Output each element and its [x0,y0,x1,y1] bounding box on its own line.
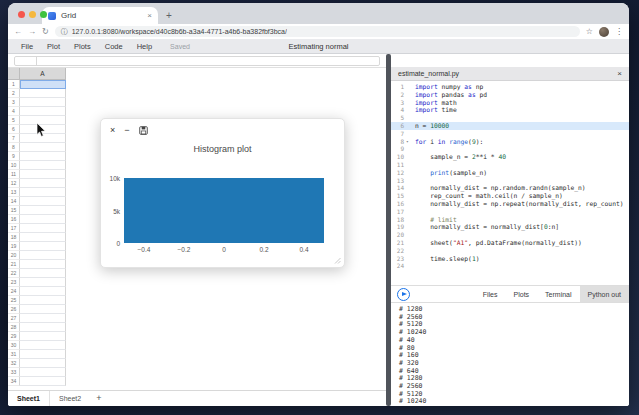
code-line-10[interactable]: 10 sample_n = 2**i * 40 [391,153,629,161]
row-header-10[interactable]: 10 [8,161,20,170]
cell-a29[interactable] [20,332,66,341]
save-plot-icon[interactable] [139,126,148,135]
code-line-24[interactable]: 24 [391,262,629,270]
tab-close-icon[interactable]: × [147,11,152,20]
cell-a11[interactable] [20,170,66,179]
cell-a23[interactable] [20,278,66,287]
editor-close-icon[interactable]: × [617,69,622,78]
code-line-22[interactable]: 22 [391,247,629,255]
formula-input[interactable] [14,56,380,66]
cell-a4[interactable] [20,107,66,116]
plot-minimize-icon[interactable]: − [124,125,129,135]
refresh-icon[interactable]: ↻ [42,28,49,36]
row-header-5[interactable]: 5 [8,116,20,125]
row-header-14[interactable]: 14 [8,197,20,206]
row-header-25[interactable]: 25 [8,296,20,305]
code-line-12[interactable]: 12 print(sample_n) [391,169,629,177]
code-line-13[interactable]: 13 [391,177,629,185]
cell-a26[interactable] [20,305,66,314]
cell-a21[interactable] [20,260,66,269]
row-header-28[interactable]: 28 [8,323,20,332]
row-header-1[interactable]: 1 [8,80,20,89]
row-header-24[interactable]: 24 [8,287,20,296]
url-field[interactable]: ⓘ 127.0.0.1:8080/workspace/d40c8b6b-a3a4… [55,26,580,37]
row-header-23[interactable]: 23 [8,278,20,287]
mac-zoom-button[interactable] [40,11,47,18]
cell-a22[interactable] [20,269,66,278]
code-editor[interactable]: 1import numpy as np2import pandas as pd3… [391,81,629,285]
menu-item-file[interactable]: File [21,42,33,51]
code-line-4[interactable]: 4import time [391,106,629,114]
row-header-22[interactable]: 22 [8,269,20,278]
row-header-27[interactable]: 27 [8,314,20,323]
row-header-16[interactable]: 16 [8,215,20,224]
menu-item-plots[interactable]: Plots [74,42,91,51]
bookmark-star-icon[interactable]: ☆ [586,27,593,36]
cell-a19[interactable] [20,242,66,251]
row-header-2[interactable]: 2 [8,89,20,98]
cell-a24[interactable] [20,287,66,296]
column-header-a[interactable]: A [20,68,66,80]
plot-window[interactable]: × − Histogram plot 05k10k −0.4−0.200.20.… [100,118,345,268]
row-header-30[interactable]: 30 [8,341,20,350]
row-header-18[interactable]: 18 [8,233,20,242]
row-header-6[interactable]: 6 [8,125,20,134]
cell-a27[interactable] [20,314,66,323]
row-header-15[interactable]: 15 [8,206,20,215]
console-tab-python-out[interactable]: Python out [580,286,629,302]
console-tab-plots[interactable]: Plots [506,286,538,302]
row-header-7[interactable]: 7 [8,134,20,143]
code-line-3[interactable]: 3import math [391,99,629,107]
plot-close-icon[interactable]: × [110,125,115,135]
formula-bar[interactable] [8,54,386,68]
console-tab-files[interactable]: Files [475,286,506,302]
code-line-18[interactable]: 18 # limit [391,216,629,224]
row-header-17[interactable]: 17 [8,224,20,233]
menu-item-plot[interactable]: Plot [47,42,60,51]
code-line-11[interactable]: 11 [391,161,629,169]
cell-a10[interactable] [20,161,66,170]
back-icon[interactable]: ← [14,28,22,36]
row-header-21[interactable]: 21 [8,260,20,269]
code-line-20[interactable]: 20 [391,231,629,239]
row-header-33[interactable]: 33 [8,368,20,377]
code-line-2[interactable]: 2import pandas as pd [391,91,629,99]
cell-a13[interactable] [20,188,66,197]
row-header-9[interactable]: 9 [8,152,20,161]
code-line-14[interactable]: 14 normally_dist = np.random.randn(sampl… [391,184,629,192]
select-all-corner[interactable] [8,68,20,80]
cell-a34[interactable] [20,377,66,386]
row-header-3[interactable]: 3 [8,98,20,107]
cell-a18[interactable] [20,233,66,242]
site-info-icon[interactable]: ⓘ [61,27,68,37]
cell-a32[interactable] [20,359,66,368]
cell-a28[interactable] [20,323,66,332]
code-line-1[interactable]: 1import numpy as np [391,83,629,91]
row-header-26[interactable]: 26 [8,305,20,314]
cell-a25[interactable] [20,296,66,305]
cell-a20[interactable] [20,251,66,260]
document-title[interactable]: Estimating normal [288,42,348,51]
run-code-button[interactable] [397,288,410,301]
browser-tab[interactable]: Grid × [42,7,158,24]
code-line-17[interactable]: 17 [391,208,629,216]
row-header-19[interactable]: 19 [8,242,20,251]
editor-file-tab[interactable]: estimate_normal.py [398,70,459,77]
new-tab-button[interactable]: + [166,10,172,21]
cell-a31[interactable] [20,350,66,359]
code-line-6[interactable]: 6n = 10000 [391,122,629,130]
console-tab-terminal[interactable]: Terminal [537,286,579,302]
cell-a16[interactable] [20,215,66,224]
menu-item-help[interactable]: Help [137,42,152,51]
code-line-19[interactable]: 19 normally_dist = normally_dist[0:n] [391,223,629,231]
code-line-15[interactable]: 15 rep_count = math.ceil(n / sample_n) [391,192,629,200]
plot-resize-handle[interactable] [334,257,341,264]
cell-a3[interactable] [20,98,66,107]
cell-a12[interactable] [20,179,66,188]
add-sheet-button[interactable]: + [90,391,107,406]
cell-a14[interactable] [20,197,66,206]
cell-a15[interactable] [20,206,66,215]
row-header-29[interactable]: 29 [8,332,20,341]
cell-a1[interactable] [20,80,66,89]
row-header-4[interactable]: 4 [8,107,20,116]
